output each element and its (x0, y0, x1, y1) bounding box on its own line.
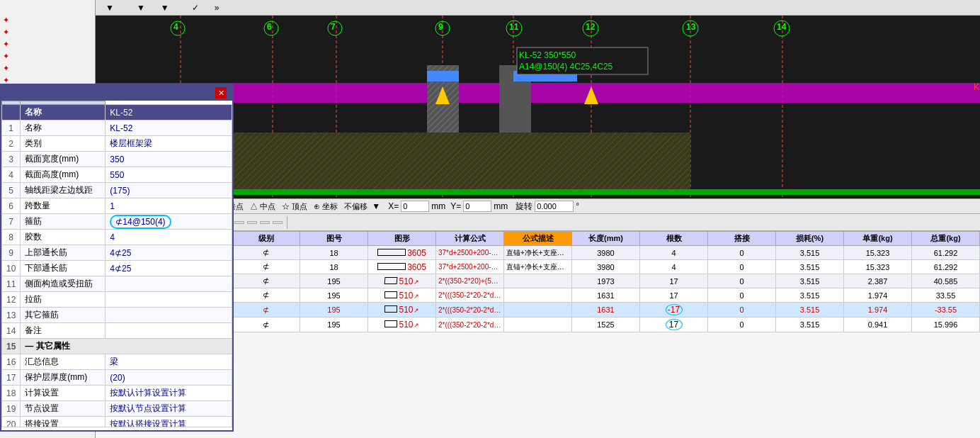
prop-name-cell: 跨数量 (21, 198, 106, 214)
btn-coord[interactable]: ⊕ 坐标 (312, 201, 340, 213)
prop-name-cell: 轴线距梁左边线距 (21, 183, 106, 198)
btn-re-extract[interactable] (185, 7, 190, 9)
prop-name-cell: 截面高度(mm) (21, 167, 106, 183)
btn-smart-place[interactable] (154, 7, 159, 9)
rebar-desc (504, 303, 572, 318)
svg-text:6: 6 (267, 22, 272, 32)
prop-val-cell[interactable]: 按默认搭接设置计算 (106, 417, 232, 427)
prop-val-cell[interactable] (106, 308, 232, 323)
prop-val-cell[interactable]: (175) (106, 183, 232, 198)
prop-val-cell[interactable]: 4⊄25 (106, 261, 232, 276)
rebar-formula: 2*(((350-2*20-2*d-25)/3*1+25+2*d)+(550-2… (436, 303, 504, 318)
svg-rect-17 (427, 71, 459, 82)
rebar-count: -17 (640, 303, 708, 318)
rebar-loss: 3.515 (776, 246, 844, 260)
rebar-unit-wt: 15.323 (844, 246, 912, 260)
tree-item-kl50[interactable]: ✦ (0, 38, 95, 50)
btn-orig-label[interactable] (178, 7, 183, 9)
rebar-grade: ⊄ (232, 246, 300, 260)
btn-other[interactable] (260, 221, 270, 224)
y-coord-input[interactable] (463, 201, 491, 212)
prop-val-cell[interactable]: (20) (106, 370, 232, 386)
prop-row-num: 2 (2, 136, 21, 152)
prop-val-cell[interactable] (106, 292, 232, 308)
btn-rect[interactable] (147, 7, 152, 9)
prop-name-cell: 箍筋 (21, 214, 106, 230)
btn-line[interactable] (115, 7, 121, 9)
rebar-col-header: 总重(kg) (912, 232, 980, 246)
prop-val-cell[interactable]: ⊄14@150(4) (106, 214, 232, 230)
btn-rebar-info[interactable] (234, 221, 244, 224)
prop-name-cell: 汇总信息 (21, 354, 106, 370)
prop-name-cell: 节点设置 (21, 401, 106, 417)
rebar-fignum: 195 (300, 318, 368, 332)
prop-val-cell[interactable]: 550 (106, 167, 232, 183)
tree-item-xl2[interactable]: ✦ (0, 62, 95, 74)
prop-row-num: 15 (2, 339, 21, 354)
svg-text:12: 12 (586, 22, 596, 32)
tree-item-kl49[interactable]: ✦ (0, 26, 95, 38)
prop-row-num: 11 (2, 276, 21, 292)
rebar-grade: ⊄ (232, 260, 300, 274)
btn-batch-id[interactable] (207, 7, 213, 9)
rebar-count: 17 (640, 274, 708, 288)
btn-no-offset[interactable]: 不偏移 (342, 201, 370, 213)
prop-bottom-label (1, 427, 232, 430)
prop-val-cell[interactable]: KL-52 (106, 105, 232, 120)
prop-val-cell[interactable] (106, 276, 232, 292)
rebar-loss: 3.515 (776, 303, 844, 318)
svg-text:KL-52 350*550: KL-52 350*550 (519, 50, 576, 60)
rebar-desc (504, 274, 572, 288)
rebar-shape: 510↗ (368, 303, 436, 318)
prop-row-num: 20 (2, 417, 21, 427)
prop-val-cell[interactable]: KL-52 (106, 120, 232, 136)
tree-item-kl48[interactable]: ✦ (0, 14, 95, 26)
prop-val-cell[interactable]: 梁 (106, 354, 232, 370)
rotate-input[interactable] (535, 201, 574, 212)
rebar-length: 3980 (572, 260, 640, 274)
prop-val-cell[interactable]: 1 (106, 198, 232, 214)
prop-row-num: 16 (2, 354, 21, 370)
svg-text:11: 11 (509, 22, 519, 32)
prop-val-cell[interactable]: 4 (106, 230, 232, 245)
prop-val-cell[interactable]: 楼层框架梁 (106, 136, 232, 152)
btn-point-len[interactable] (122, 7, 128, 9)
x-coord-input[interactable] (401, 201, 429, 212)
prop-val-cell[interactable] (106, 323, 232, 339)
btn-modify-seg[interactable] (171, 7, 176, 9)
rebar-unit-wt: 15.323 (844, 260, 912, 274)
prop-name-cell: 其它箍筋 (21, 308, 106, 323)
beam-icon: ✦ (3, 40, 9, 49)
rebar-fignum: 18 (300, 260, 368, 274)
rebar-total-wt: 33.55 (912, 288, 980, 303)
tree-item-kl51[interactable]: ✦ (0, 50, 95, 62)
btn-close[interactable] (273, 221, 283, 224)
rebar-col-header: 公式描述 (504, 232, 572, 246)
rebar-col-header: 根数 (640, 232, 708, 246)
btn-arc[interactable] (130, 7, 135, 9)
btn-mid-pt[interactable]: △ 中点 (248, 201, 278, 213)
rebar-count: 17 (640, 318, 708, 332)
rebar-col-header: 损耗(%) (776, 232, 844, 246)
btn-select[interactable] (98, 7, 104, 9)
prop-close-button[interactable]: ✕ (215, 87, 227, 99)
rebar-grade: ⊄ (232, 318, 300, 332)
rebar-col-header: 级别 (232, 232, 300, 246)
rebar-col-header: 图形 (368, 232, 436, 246)
prop-val-cell[interactable]: 4⊄25 (106, 245, 232, 261)
prop-val-cell[interactable]: 按默认节点设置计算 (106, 401, 232, 417)
btn-copy-data[interactable] (200, 7, 206, 9)
prop-val-cell[interactable]: 按默认计算设置计算 (106, 386, 232, 401)
rebar-loss: 3.515 (776, 260, 844, 274)
rebar-length: 1525 (572, 318, 640, 332)
btn-top-pt[interactable]: ☆ 顶点 (280, 201, 309, 213)
prop-val-cell[interactable]: 350 (106, 152, 232, 167)
prop-row-num: 10 (2, 261, 21, 276)
rebar-formula: 2*(((350-2*20-2*d-25)/3*1+25+2*d)+(550-2… (436, 288, 504, 303)
btn-rebar-lib[interactable] (247, 221, 257, 224)
rebar-total-wt: 61.292 (912, 260, 980, 274)
svg-text:9: 9 (438, 22, 443, 32)
rebar-formula: 2*((350-2*20)+(550-2*20))+2*(11.9*d) (436, 274, 504, 288)
rebar-lap: 0 (708, 260, 776, 274)
rebar-shape: 510↗ (368, 288, 436, 303)
